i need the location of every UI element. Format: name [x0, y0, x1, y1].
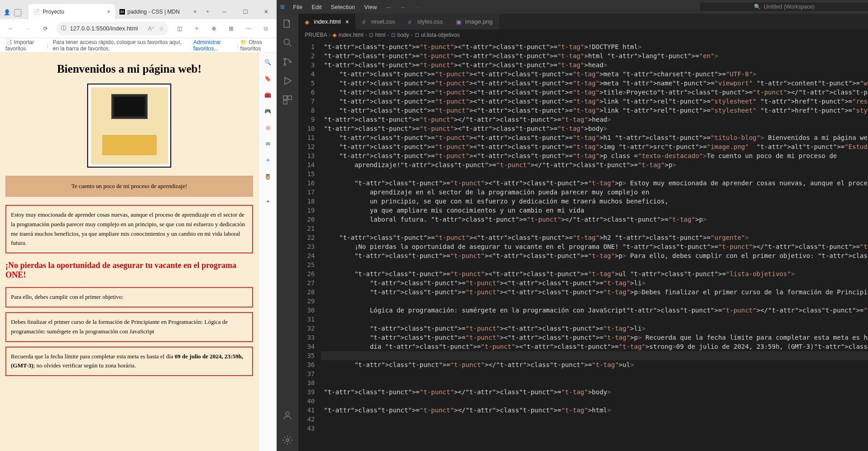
profile-icon[interactable]: 👤 [4, 9, 10, 16]
objective-deadline: Recuerda que la fecha límite para comple… [5, 347, 253, 377]
svg-point-0 [284, 39, 289, 45]
editor-tabs: ◆ index.html × # reset.css # styles.css … [298, 14, 868, 30]
paragraph-1: Estoy muy emocionada de aprender cosas n… [5, 205, 253, 253]
search-icon: 🔍 [754, 4, 761, 10]
activity-bar [277, 14, 298, 451]
split-screen-icon[interactable]: ◫ [173, 22, 186, 35]
tab-styles-css[interactable]: # styles.css [402, 14, 449, 30]
edge-sidebar: 🔍 🔖 🧰 🎮 ◎ ✉ ✈ 🦉 ＋ [258, 53, 277, 451]
back-button[interactable]: ← [5, 22, 17, 35]
search-icon[interactable]: 🔍 [263, 57, 273, 67]
new-tab-button[interactable]: ＋ [201, 4, 214, 19]
browser-titlebar: 👤 📄 Proyecto × M padding - CSS | MDN × ＋… [0, 0, 277, 19]
svg-point-1 [284, 58, 286, 60]
svg-rect-6 [283, 100, 287, 104]
collections-icon[interactable]: ✧ [190, 22, 203, 35]
menu-edit[interactable]: Edit [308, 2, 325, 12]
account-icon[interactable] [282, 410, 293, 421]
menu-icon[interactable]: ⋯ [242, 22, 255, 35]
svg-rect-4 [283, 96, 287, 99]
explorer-icon[interactable] [282, 18, 293, 29]
css-icon: # [362, 19, 368, 25]
code-editor[interactable]: 1234567891011121314151617181920212223242… [298, 40, 868, 451]
nav-back-icon[interactable]: ← [397, 2, 410, 12]
tab-reset-css[interactable]: # reset.css [356, 14, 402, 30]
svg-point-8 [286, 439, 289, 441]
office-icon[interactable]: ◎ [263, 123, 273, 133]
menu-more[interactable]: ··· [382, 2, 395, 12]
search-icon[interactable] [282, 37, 293, 48]
svg-point-7 [286, 412, 289, 416]
extensions-icon[interactable]: ⊞ [225, 22, 238, 35]
duolingo-icon[interactable]: 🦉 [263, 172, 273, 182]
maximize-button[interactable]: ☐ [235, 5, 256, 19]
urgent-heading: ¡No pierdas la oportunidad de asegurar t… [5, 261, 253, 280]
html-icon: ◆ [305, 19, 311, 25]
site-info-icon[interactable]: ⓘ [61, 25, 66, 32]
svg-point-3 [289, 61, 291, 63]
extensions-icon[interactable] [282, 94, 293, 105]
tab-index-html[interactable]: ◆ index.html × [298, 14, 356, 30]
css-icon: # [408, 19, 414, 25]
tab-proyecto[interactable]: 📄 Proyecto × [29, 4, 115, 19]
tools-icon[interactable]: 🧰 [263, 90, 273, 100]
breadcrumb[interactable]: PRUEBA› ◆index.html› ⊡html› ⊡body› ⊡ul.l… [298, 30, 868, 40]
settings-icon[interactable] [282, 435, 293, 446]
tab-image-png[interactable]: ▣ image.png [450, 14, 500, 30]
vscode-window: ⊞ File Edit Selection View ··· ← → 🔍 Unt… [277, 0, 868, 451]
outlook-icon[interactable]: ✉ [263, 139, 273, 149]
image-icon: ▣ [456, 19, 462, 25]
vscode-logo-icon: ⊞ [280, 4, 285, 10]
menu-selection[interactable]: Selection [327, 2, 358, 12]
webpage-content: Bienvenidos a mi página web! Te cuento u… [0, 53, 258, 451]
browser-tabs: 📄 Proyecto × M padding - CSS | MDN × ＋ [25, 4, 214, 19]
page-title: Bienvenidos a mi página web! [5, 63, 253, 75]
browser-toolbar: ← → ⟳ ⓘ 127.0.0.1:5500/index.html A⁺ ☆ ◫… [0, 19, 277, 38]
menu-view[interactable]: View [361, 2, 381, 12]
tab-title: Proyecto [43, 9, 64, 15]
objective-intro: Para ello, debes cumplir con el primer o… [5, 287, 253, 307]
nav-forward-icon[interactable]: → [412, 2, 425, 12]
objective-1: Debes finalizar el primer curso de la fo… [5, 312, 253, 342]
intro-box: Te cuento un poco de mi proceso de apren… [5, 176, 253, 197]
minimize-button[interactable]: ─ [214, 5, 235, 19]
games-icon[interactable]: 🎮 [263, 106, 273, 116]
workspaces-icon[interactable] [14, 9, 21, 16]
run-debug-icon[interactable] [282, 75, 293, 86]
code-content[interactable]: "t-attr">class"t-punct">="t-punct"><"t-a… [321, 40, 868, 451]
url-text: 127.0.0.1:5500/index.html [70, 25, 138, 32]
menu-file[interactable]: File [289, 2, 306, 12]
import-favorites[interactable]: 📑 Importar favoritos [5, 39, 42, 52]
source-control-icon[interactable] [282, 56, 293, 67]
favorite-icon[interactable]: ☆ [159, 25, 164, 32]
favorites-bar: 📑 Importar favoritos | Para tener acceso… [0, 38, 277, 53]
svg-point-2 [284, 64, 286, 65]
hero-image [87, 84, 171, 168]
close-tab-icon[interactable]: × [345, 18, 349, 25]
read-aloud-icon[interactable]: A⁺ [148, 25, 154, 32]
svg-rect-5 [288, 96, 292, 99]
workspace-name: Untitled (Workspace) [764, 4, 814, 10]
shopping-icon[interactable]: 🔖 [263, 74, 273, 84]
favicon-icon: M [119, 9, 125, 15]
vscode-titlebar: ⊞ File Edit Selection View ··· ← → 🔍 Unt… [277, 0, 868, 14]
admin-favorites-link[interactable]: Administrar favoritos... [193, 39, 233, 52]
close-tab-icon[interactable]: × [193, 8, 197, 15]
telegram-icon[interactable]: ✈ [263, 155, 273, 165]
favorites-icon[interactable]: ⊕ [208, 22, 220, 35]
tab-mdn[interactable]: M padding - CSS | MDN × [115, 4, 201, 19]
close-button[interactable]: ✕ [256, 5, 277, 19]
forward-button[interactable]: → [22, 22, 35, 35]
address-bar[interactable]: ⓘ 127.0.0.1:5500/index.html A⁺ ☆ [56, 22, 169, 35]
tab-title: padding - CSS | MDN [128, 9, 180, 15]
refresh-button[interactable]: ⟳ [39, 22, 52, 35]
editor-area: ◆ index.html × # reset.css # styles.css … [298, 14, 868, 451]
close-tab-icon[interactable]: × [107, 8, 110, 15]
command-center[interactable]: 🔍 Untitled (Workspace) [699, 2, 868, 12]
fav-msg: Para tener acceso rápido, coloque sus fa… [53, 39, 188, 52]
line-numbers: 1234567891011121314151617181920212223242… [298, 40, 321, 451]
other-favorites[interactable]: 📁 Otros favoritos [240, 39, 271, 52]
add-sidebar-icon[interactable]: ＋ [263, 196, 273, 206]
copilot-icon[interactable]: ⧉ [259, 22, 272, 35]
favicon-icon: 📄 [33, 9, 40, 15]
